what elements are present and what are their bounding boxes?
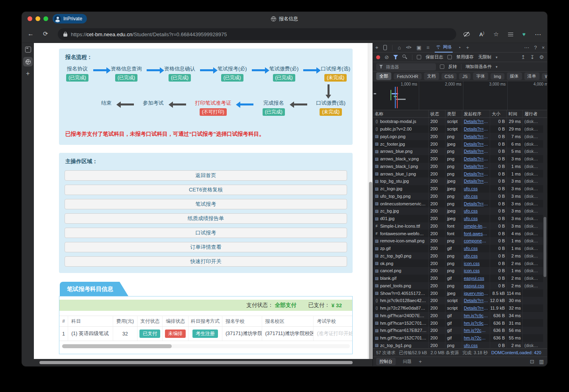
drawer-tab-issues[interactable]: 问题 (400, 358, 415, 365)
network-settings-gear-icon[interactable]: ⚙ (539, 55, 544, 60)
resource-filter-chip[interactable]: 全部 (376, 72, 391, 80)
network-request-row[interactable]: hm.js?2c27f6e0da87… 200 script Details?r… (373, 304, 547, 312)
devtools-more-icon[interactable]: ⋯ (524, 45, 529, 50)
initiator-link[interactable]: font-awesom (464, 231, 488, 236)
subjects-horizontal-scrollbar[interactable] (62, 344, 350, 348)
network-request-row[interactable]: hm.gif?hca=152C701… 200 gif hm.js?2c27f6… (373, 334, 547, 342)
scrollbar-thumb[interactable] (369, 182, 372, 360)
network-request-row[interactable]: public.js?v=2.00 200 script Details?r=0.… (373, 125, 547, 133)
network-request-row[interactable]: d01.jpg 200 jpeg ufo.css 0 B 3 ms (disk… (373, 215, 547, 222)
resource-filter-chip[interactable]: 媒体 (507, 72, 522, 80)
initiator-link[interactable]: icon.css (464, 268, 480, 273)
current-tab-button[interactable] (23, 57, 33, 66)
close-window-button[interactable] (27, 16, 32, 21)
network-request-row[interactable]: Show?r=0.405151723… 200 jpeg jquery.min.… (373, 289, 547, 297)
back-button[interactable]: ← (27, 31, 34, 37)
sources-panel-icon[interactable]: ⌗ (427, 45, 430, 50)
preserve-log-checkbox[interactable] (417, 55, 421, 59)
devtools-help-icon[interactable]: ? (534, 45, 537, 50)
initiator-link[interactable]: Details?r=0.6 (464, 201, 488, 206)
network-tab[interactable]: 网络 (435, 43, 453, 53)
network-column-header[interactable]: 履行者 (523, 110, 547, 117)
network-request-row[interactable]: fontawesome-webfo… 200 font font-awesom … (373, 230, 547, 237)
network-request-row[interactable]: hm.gif?hca=240D7EF… 200 gif hm.js?c9c012… (373, 312, 547, 320)
network-request-row[interactable]: hm.gif?hca=152C701… 200 gif hm.js?c9c012… (373, 319, 547, 327)
drawer-tab-console[interactable]: 控制台 (376, 358, 396, 365)
network-column-header[interactable]: 发起程序 (462, 110, 490, 117)
network-request-row[interactable]: Simple-Line-Icons.ttf 200 font simple-li… (373, 222, 547, 230)
network-request-row[interactable]: arrows_blue.png 200 png Details?r=0.6 0 … (373, 148, 547, 155)
resource-filter-chip[interactable]: CSS (441, 73, 457, 80)
initiator-link[interactable]: easyui.css (464, 283, 484, 288)
maximize-window-button[interactable] (43, 16, 48, 21)
network-column-header[interactable]: 名称 (373, 110, 429, 117)
initiator-link[interactable]: Details?r=0.6 (464, 306, 488, 310)
action-button[interactable]: 笔试报考 (65, 199, 347, 209)
initiator-link[interactable]: ufo.css (464, 209, 478, 213)
export-har-icon[interactable]: ↧ (530, 55, 534, 60)
network-column-header[interactable]: 类型 (445, 110, 462, 117)
import-har-icon[interactable]: ↥ (521, 55, 526, 60)
network-column-header[interactable]: 时间 (507, 110, 523, 117)
initiator-link[interactable]: hm.js?2c27f6 (464, 328, 488, 333)
initiator-link[interactable]: icon.css (464, 261, 480, 266)
resource-filter-chip[interactable]: WS (542, 73, 547, 80)
initiator-link[interactable]: Details?r=0.6 (464, 119, 488, 124)
network-request-row[interactable]: top_bg_stu.jpg 200 jpeg Details?r=0.6 0 … (373, 177, 547, 185)
network-request-row[interactable]: zc_bg.jpg 200 jpeg ufo.css 0 B 3 ms (dis… (373, 207, 547, 215)
home-panel-icon[interactable]: ⌂ (398, 45, 401, 50)
throttling-select[interactable]: 无限制 (478, 54, 491, 60)
network-request-row[interactable]: cancel.png 200 png icon.css 0 B 1 ms (di… (373, 267, 547, 275)
initiator-link[interactable]: ufo.css (464, 254, 478, 258)
address-bar[interactable]: https://cet-bm.neea.edu.cn/Student/Detai… (58, 28, 456, 40)
network-column-header[interactable]: 状态 (429, 110, 445, 117)
network-timeline-overview[interactable]: 1,000 ms2,000 ms3,000 ms4,000 ms (373, 81, 547, 110)
inprivate-badge[interactable]: InPrivate (53, 14, 87, 23)
network-request-row[interactable]: hm.gif?hca=617EB27… 200 gif hm.js?2c27f6… (373, 327, 547, 334)
resource-filter-chip[interactable]: Img (491, 73, 504, 80)
initiator-link[interactable]: Details?r=0.6 (464, 156, 488, 161)
initiator-link[interactable]: Details?r=0.6 (464, 149, 488, 154)
initiator-link[interactable]: hm.js?c9c012 (464, 321, 488, 326)
settings-menu-icon[interactable]: ⋯ (535, 31, 542, 38)
search-network-icon[interactable] (402, 55, 408, 60)
drawer-dock-icon[interactable]: ⊡ (530, 359, 534, 364)
filter-input-box[interactable] (376, 63, 436, 70)
scrollbar-thumb[interactable] (39, 361, 353, 364)
initiator-link[interactable]: hm.js?2c27f6 (464, 335, 488, 340)
initiator-link[interactable]: ufo.css (464, 186, 478, 191)
new-tab-button[interactable]: + (26, 71, 29, 76)
initiator-link[interactable]: ufo.css (464, 343, 478, 348)
resource-filter-chip[interactable]: JS (459, 73, 471, 80)
filter-toggle-icon[interactable] (393, 55, 398, 59)
device-toolbar-icon[interactable] (383, 45, 387, 50)
action-button[interactable]: 口试报考 (65, 228, 347, 238)
favorite-star-icon[interactable]: ☆ (493, 31, 498, 38)
clear-network-log-icon[interactable]: ⊘ (385, 55, 389, 60)
active-tab[interactable]: 报名信息 (271, 12, 298, 25)
network-request-row[interactable]: payLogo.png 200 png Details?r=0.6 0 B 7 … (373, 133, 547, 140)
refresh-button[interactable]: ⟳ (43, 31, 48, 37)
minimize-window-button[interactable] (35, 16, 40, 21)
initiator-link[interactable]: easyui.css (464, 276, 484, 281)
record-network-log-button[interactable] (376, 55, 380, 59)
initiator-link[interactable]: jquery.min.js: (464, 291, 488, 296)
browser-essentials-icon[interactable]: ♥ (522, 31, 526, 37)
initiator-link[interactable]: Details?r=0.6 (464, 142, 488, 146)
network-request-row[interactable]: panel_tools.png 200 png easyui.css 0 B 2… (373, 282, 547, 290)
network-request-row[interactable]: arrows_blue_l.png 200 png Details?r=0.6 … (373, 170, 547, 177)
elements-panel-icon[interactable]: </> (406, 45, 411, 50)
network-request-row[interactable]: zc_footer.jpg 200 jpeg Details?r=0.6 0 B… (373, 140, 547, 148)
initiator-link[interactable]: Details?r=0.6 (464, 172, 488, 176)
scrollbar-thumb[interactable] (543, 217, 546, 277)
favorites-hub-icon[interactable] (508, 32, 513, 37)
inspect-element-icon[interactable]: ⌖ (375, 45, 378, 50)
initiator-link[interactable]: Details?r=0.6 (464, 134, 488, 139)
action-button[interactable]: 快速打印开关 (65, 256, 347, 267)
resource-filter-chip[interactable]: 字体 (473, 72, 488, 80)
initiator-link[interactable]: ufo.css (464, 194, 478, 199)
network-request-row[interactable]: onlinecustomerservic… 200 png Details?r=… (373, 200, 547, 207)
drawer-add-tab-icon[interactable]: + (419, 359, 422, 364)
performance-panel-icon[interactable]: ◔ (458, 45, 461, 50)
more-filters-button[interactable]: 增加筛选条件 (465, 64, 492, 70)
